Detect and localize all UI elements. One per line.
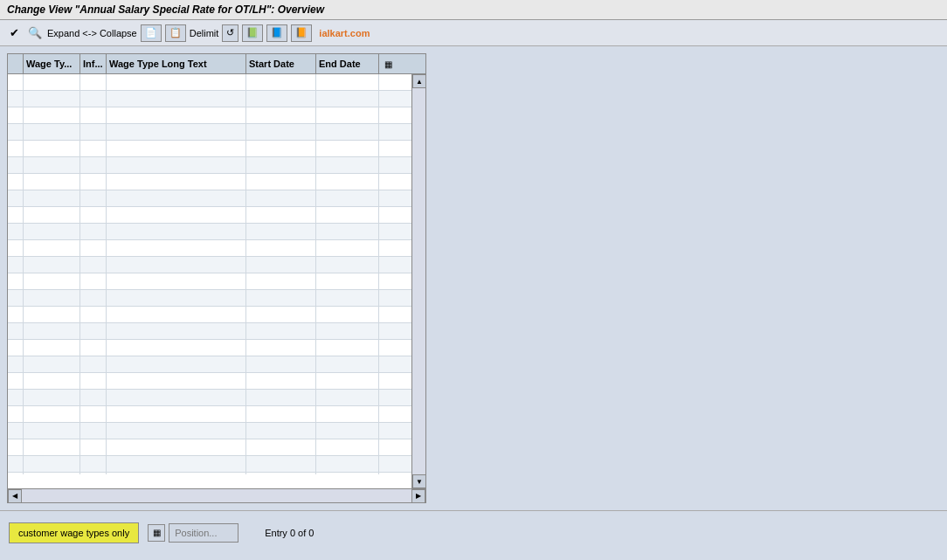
watermark-text: ialkart.com: [319, 28, 370, 38]
table-row[interactable]: [8, 207, 425, 224]
scroll-track[interactable]: [412, 88, 425, 474]
col-header-start-date: Start Date: [246, 54, 316, 73]
table-row[interactable]: [8, 473, 425, 474]
table-row[interactable]: [8, 273, 425, 290]
position-area: ▦: [148, 523, 238, 543]
icon-btn1[interactable]: 📗: [242, 24, 263, 42]
delimit-btn[interactable]: Delimit: [190, 28, 219, 38]
table-rows: [8, 74, 425, 474]
col-header-long-text: Wage Type Long Text: [107, 54, 246, 73]
table-row[interactable]: [8, 423, 425, 439]
icon-check[interactable]: ✔: [5, 24, 23, 42]
table-row[interactable]: [8, 157, 425, 174]
table-row[interactable]: [8, 74, 425, 91]
table-row[interactable]: [8, 257, 425, 273]
table-row[interactable]: [8, 124, 425, 141]
col-header-wage-ty: Wage Ty...: [24, 54, 80, 73]
table-row[interactable]: [8, 174, 425, 190]
scroll-left-arrow[interactable]: ◀: [8, 489, 22, 503]
toolbar: ✔ 🔍 Expand <-> Collapse 📄 📋 Delimit ↺ 📗 …: [0, 20, 947, 46]
table-row[interactable]: [8, 224, 425, 240]
status-bar: customer wage types only ▦ Entry 0 of 0: [0, 510, 947, 554]
table-row[interactable]: [8, 439, 425, 456]
col-settings-icon[interactable]: ▦: [379, 59, 397, 69]
table-row[interactable]: [8, 307, 425, 323]
horizontal-scrollbar[interactable]: ◀ ▶: [8, 488, 425, 502]
table-body: ▲ ▼: [8, 74, 425, 488]
icon-copy2[interactable]: 📋: [165, 24, 186, 42]
icon-btn3[interactable]: 📙: [291, 24, 312, 42]
table-row[interactable]: [8, 340, 425, 356]
icon-find[interactable]: 🔍: [26, 24, 44, 42]
table-row[interactable]: [8, 190, 425, 207]
table-row[interactable]: [8, 323, 425, 340]
col-header-inf: Inf...: [80, 54, 107, 73]
position-icon: ▦: [148, 524, 165, 542]
table-row[interactable]: [8, 240, 425, 257]
table-row[interactable]: [8, 373, 425, 390]
scroll-up-arrow[interactable]: ▲: [412, 74, 425, 88]
main-area: Wage Ty... Inf... Wage Type Long Text St…: [0, 46, 947, 510]
hscroll-track[interactable]: [22, 489, 411, 502]
table-row[interactable]: [8, 456, 425, 473]
table-row[interactable]: [8, 107, 425, 124]
title-bar: Change View "Annual Salary Special Rate …: [0, 0, 947, 20]
table-row[interactable]: [8, 141, 425, 157]
data-table: Wage Ty... Inf... Wage Type Long Text St…: [7, 53, 426, 503]
table-row[interactable]: [8, 406, 425, 423]
table-row[interactable]: [8, 290, 425, 307]
col-header-end-date: End Date: [316, 54, 379, 73]
table-row[interactable]: [8, 91, 425, 107]
table-row[interactable]: [8, 390, 425, 406]
customer-wage-types-btn[interactable]: customer wage types only: [9, 522, 139, 543]
scroll-right-arrow[interactable]: ▶: [411, 489, 425, 503]
icon-btn2[interactable]: 📘: [266, 24, 287, 42]
table-header: Wage Ty... Inf... Wage Type Long Text St…: [8, 54, 425, 74]
icon-copy1[interactable]: 📄: [141, 24, 162, 42]
table-row[interactable]: [8, 356, 425, 373]
position-input[interactable]: [169, 523, 238, 543]
expand-collapse-btn[interactable]: Expand <-> Collapse: [47, 28, 137, 38]
icon-undo[interactable]: ↺: [222, 24, 238, 42]
col-header-selector: [8, 54, 24, 73]
page-title: Change View "Annual Salary Special Rate …: [7, 3, 324, 16]
entry-count-text: Entry 0 of 0: [265, 528, 314, 538]
scroll-down-arrow[interactable]: ▼: [412, 474, 425, 488]
vertical-scrollbar[interactable]: ▲ ▼: [411, 74, 425, 488]
